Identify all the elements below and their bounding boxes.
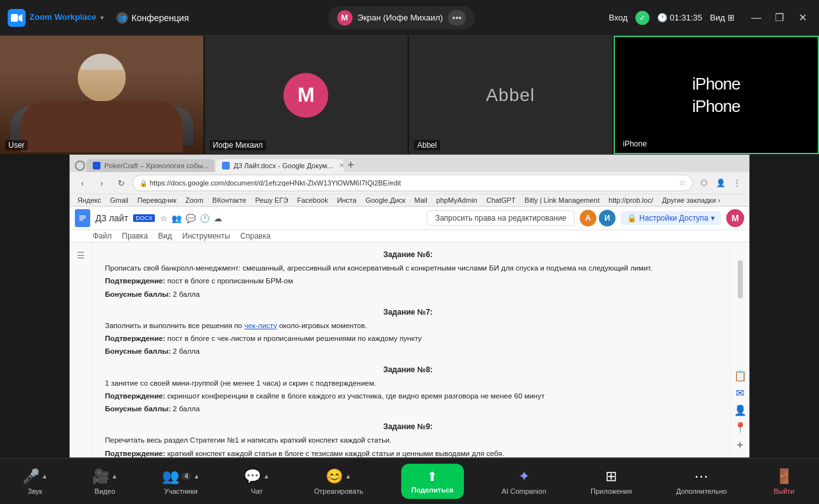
exit-icon: 🚪: [775, 468, 793, 485]
chat-button[interactable]: 💬 ▲ Чат: [237, 464, 276, 499]
forward-button[interactable]: ›: [94, 175, 109, 191]
abbel-name-display: Abbel: [486, 85, 535, 106]
maximize-button[interactable]: ❐: [770, 9, 788, 27]
bookmark-gmail[interactable]: Gmail: [107, 196, 131, 205]
tab-settings-icon: [75, 161, 85, 171]
settings-lock-icon: 🔒: [627, 214, 637, 223]
bookmark-star-icon[interactable]: ☆: [679, 178, 686, 187]
browser-tab-poker[interactable]: PokerCraft – Хронология собы... ✕: [86, 159, 214, 172]
sound-caret: ▲: [42, 473, 48, 480]
doc-scrollbar[interactable]: [738, 260, 743, 299]
doc-icon-4[interactable]: 📍: [734, 421, 747, 434]
doc-right-icons: 📋 ✉ 👤 📍 +: [734, 370, 747, 452]
bookmark-zoom[interactable]: Zoom: [183, 196, 206, 205]
more-button[interactable]: ⋯ Дополнительно: [670, 464, 733, 499]
bookmark-ege[interactable]: Решу ЕГЭ: [253, 196, 291, 205]
minimize-button[interactable]: —: [747, 9, 765, 27]
vid-section[interactable]: Вид ⊞: [710, 13, 735, 22]
people-icon[interactable]: 👥: [171, 214, 182, 223]
iofe-avatar: M: [283, 73, 328, 118]
tab-poker-label: PokerCraft – Хронология собы...: [104, 162, 209, 169]
microphone-icon: 🎤: [22, 468, 40, 485]
zoom-dropdown-arrow[interactable]: ▾: [100, 14, 104, 21]
bookmark-yandex[interactable]: Яндекс: [75, 196, 104, 205]
doc-icon-1[interactable]: 📋: [734, 370, 747, 382]
participants-button[interactable]: 👥 4 ▲ Участники: [155, 464, 206, 499]
gdocs-menu-bar: Файл Правка Вид Инструменты Справка: [70, 230, 749, 242]
participants-label: Участники: [164, 487, 198, 495]
ai-companion-button[interactable]: ✦ AI Companion: [495, 464, 553, 499]
bookmark-mail[interactable]: Mail: [412, 196, 430, 205]
exit-button[interactable]: 🚪 Выйти: [765, 464, 803, 499]
screen-share-pill[interactable]: M Экран (Иофе Михаил) •••: [328, 6, 475, 29]
task-6-title: Задание №6:: [105, 249, 711, 260]
participant-card-abbel[interactable]: Abbel Abbel: [409, 36, 612, 154]
participant-label-iphone: iPhone: [620, 139, 650, 149]
extensions-icon[interactable]: ⬡: [697, 176, 711, 190]
browser-menu-icon[interactable]: ⋮: [730, 176, 744, 190]
toolbar-icons: ⬡ 👤 ⋮: [697, 176, 744, 190]
star-icon[interactable]: ☆: [160, 214, 168, 223]
doc-icon-3[interactable]: 👤: [734, 404, 747, 416]
video-button[interactable]: 🎥 ▲ Видео: [86, 464, 124, 499]
conference-button[interactable]: 👥 Конференция: [111, 10, 195, 26]
bookmark-translate[interactable]: Переводчик: [135, 196, 179, 205]
doc-icon-2[interactable]: ✉: [736, 387, 744, 399]
sound-button[interactable]: 🎤 ▲ Звук: [16, 464, 54, 499]
participant-card-iphone[interactable]: iPhone iPhone iPhone: [614, 36, 820, 154]
close-button[interactable]: ✕: [793, 9, 811, 27]
bookmark-others[interactable]: Другие закладки ›: [660, 196, 723, 205]
gdocs-menu-view[interactable]: Вид: [158, 232, 172, 240]
apps-button[interactable]: ⊞ Приложения: [584, 464, 638, 499]
new-tab-button[interactable]: +: [347, 159, 354, 172]
ai-companion-label: AI Companion: [502, 487, 546, 495]
gdocs-user-avatar[interactable]: M: [726, 209, 744, 227]
tab-gdocs-close[interactable]: ✕: [339, 162, 344, 169]
gdocs-menu-help[interactable]: Справка: [241, 232, 271, 240]
gdocs-menu-tools[interactable]: Инструменты: [182, 232, 230, 240]
participant-card-user[interactable]: User: [0, 36, 203, 154]
profile-icon[interactable]: 👤: [713, 176, 728, 190]
refresh-button[interactable]: ↻: [113, 175, 129, 191]
vhod-button[interactable]: Вход: [608, 13, 627, 22]
bookmark-vk[interactable]: ВКонтакте: [210, 196, 249, 205]
doc-list-icon[interactable]: ☰: [77, 250, 85, 260]
iphone-name-top: iPhone: [692, 74, 740, 94]
share-button[interactable]: ⬆ Поделиться: [401, 464, 464, 499]
document-content: ☰ Задание №6: Прописать свой банкролл-ме…: [70, 242, 749, 457]
screen-share-name: Экран (Иофе Михаил): [358, 13, 443, 22]
participants-strip: User M Иофе Михаил Abbel Abbel iPhone iP…: [0, 36, 819, 154]
comment-icon[interactable]: 💬: [186, 214, 196, 223]
bookmark-prob[interactable]: http://prob.loc/: [606, 196, 656, 205]
grid-icon: ⊞: [728, 13, 735, 22]
bookmark-chatgpt[interactable]: ChatGPT: [484, 196, 518, 205]
bookmark-facebook[interactable]: Facebook: [294, 196, 330, 205]
react-button[interactable]: 😊 ▲ Отреагировать: [308, 464, 370, 499]
browser-tab-gdocs[interactable]: Д3 Лайт.docx - Google Докум... ✕: [216, 159, 344, 172]
cloud-icon: ☁: [214, 214, 222, 223]
conference-icon: 👥: [116, 12, 128, 24]
history-icon[interactable]: 🕐: [200, 214, 210, 223]
apps-icon: ⊞: [605, 468, 617, 485]
bookmark-phpmyadmin[interactable]: phpMyAdmin: [434, 196, 480, 205]
react-icon-row: 😊 ▲: [326, 468, 351, 485]
bookmark-gdisk[interactable]: Google.Диск: [363, 196, 408, 205]
bookmark-insta[interactable]: Инста: [335, 196, 360, 205]
bookmark-bitly[interactable]: Bitly | Link Management: [522, 196, 602, 205]
checklist-link[interactable]: чек-листу: [244, 322, 277, 329]
doc-icon-add[interactable]: +: [736, 439, 743, 452]
svg-rect-5: [79, 219, 83, 221]
url-text: https://docs.google.com/document/d/1efcz…: [150, 179, 676, 187]
request-access-button[interactable]: Запросить права на редактирование: [427, 210, 575, 226]
task-9-body: Перечитать весь раздел Стратегии №1 и на…: [105, 435, 711, 446]
gdocs-menu-edit[interactable]: Правка: [122, 232, 148, 240]
back-button[interactable]: ‹: [75, 175, 90, 191]
address-bar[interactable]: 🔒 https://docs.google.com/document/d/1ef…: [132, 175, 693, 191]
gdocs-menu-file[interactable]: Файл: [93, 232, 112, 240]
participant-card-iofe[interactable]: M Иофе Михаил: [205, 36, 408, 154]
doc-task-9: Задание №9: Перечитать весь раздел Страт…: [105, 421, 711, 457]
zoom-logo[interactable]: Zoom Workplace ▾: [8, 9, 104, 27]
screen-share-options[interactable]: •••: [448, 10, 466, 26]
gdocs-settings-button[interactable]: 🔒 Настройки Доступа ▾: [621, 211, 721, 225]
user-video: [0, 36, 203, 154]
